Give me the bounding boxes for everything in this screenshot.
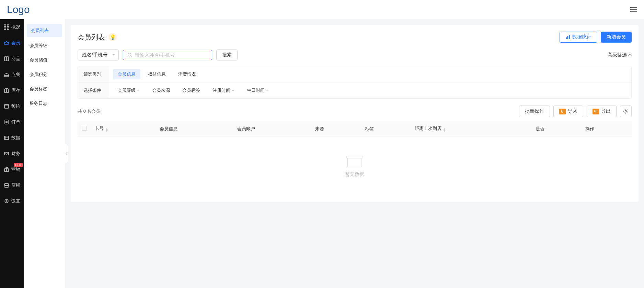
add-member-button[interactable]: 新增会员 [601, 32, 632, 43]
nav-item-6[interactable]: 订单 [0, 114, 24, 130]
column-header-6: 是否 [532, 121, 582, 136]
filter-condition-opt-0[interactable]: 会员等级 [113, 85, 145, 96]
clipboard-icon [4, 119, 9, 125]
chevron-down-icon [137, 90, 140, 91]
column-header-0[interactable]: 卡号▲▼ [91, 121, 156, 136]
svg-rect-1 [7, 25, 9, 26]
nav-label: 营销 [11, 166, 20, 173]
subnav-item-0[interactable]: 会员列表 [27, 24, 62, 37]
filter-condition-opt-4[interactable]: 生日时间 [242, 85, 274, 96]
database-icon [4, 135, 9, 141]
advanced-filter-label: 高级筛选 [608, 52, 627, 58]
nav-item-4[interactable]: 库存 [0, 82, 24, 98]
svg-rect-25 [569, 35, 570, 39]
chevron-left-icon [66, 152, 68, 155]
search-input-wrapper [123, 50, 212, 60]
lightbulb-icon[interactable]: 💡 [108, 33, 117, 41]
filter-category-opt-0[interactable]: 会员信息 [113, 69, 140, 79]
summary-text: 共 0 名会员 [78, 108, 100, 114]
nav-item-2[interactable]: 商品 [0, 51, 24, 67]
search-input[interactable] [135, 52, 208, 58]
svg-point-22 [6, 200, 7, 202]
sort-icon: ▲▼ [105, 128, 108, 132]
nav-item-9[interactable]: 营销HOT [0, 162, 24, 177]
subnav-item-5[interactable]: 服务日志 [24, 96, 65, 111]
app-header: Logo [0, 0, 644, 19]
nav-item-0[interactable]: 概况 [0, 19, 24, 35]
subnav-item-2[interactable]: 会员储值 [24, 53, 65, 67]
nav-label: 会员 [11, 40, 20, 46]
calendar-icon [4, 103, 9, 109]
search-icon [127, 53, 132, 57]
advanced-filter-toggle[interactable]: 高级筛选 [608, 52, 632, 58]
nav-item-1[interactable]: 会员 [0, 35, 24, 51]
filter-panel: 筛选类别 会员信息权益信息消费情况 选择条件 会员等级 会员来源会员标签注册时间… [78, 66, 632, 99]
import-button[interactable]: 初 导入 [553, 106, 583, 117]
sidebar-secondary: 会员列表会员等级会员储值会员积分会员标签服务日志 [24, 19, 65, 288]
import-label: 导入 [568, 108, 577, 114]
subnav-item-3[interactable]: 会员积分 [24, 67, 65, 82]
svg-rect-3 [7, 28, 9, 30]
logo: Logo [7, 4, 30, 15]
money-icon [4, 151, 9, 156]
page-title: 会员列表 [78, 33, 105, 42]
filter-condition-opt-2[interactable]: 会员标签 [177, 85, 205, 96]
svg-line-27 [131, 56, 132, 57]
batch-action-button[interactable]: 批量操作 [519, 106, 550, 117]
new-badge: 初 [593, 109, 599, 114]
members-table: 卡号▲▼会员信息会员账户来源标签距离上次到店▲▼是否操作 暂无数据 [78, 121, 632, 195]
column-header-5[interactable]: 距离上次到店▲▼ [411, 121, 532, 136]
nav-item-3[interactable]: 点餐 [0, 67, 24, 82]
filter-condition-opt-1[interactable]: 会员来源 [147, 85, 175, 96]
subnav-item-4[interactable]: 会员标签 [24, 82, 65, 96]
nav-label: 财务 [11, 151, 20, 157]
empty-text: 暂无数据 [78, 171, 632, 178]
sidebar-primary: 概况会员商品点餐库存预约订单数据财务营销HOT店铺设置 [0, 19, 24, 288]
chevron-down-icon [232, 90, 234, 91]
gear-icon [623, 109, 629, 114]
gift-icon [4, 167, 9, 172]
chevron-down-icon [266, 90, 269, 91]
svg-point-28 [625, 111, 627, 112]
grid-icon [4, 24, 9, 30]
nav-item-5[interactable]: 预约 [0, 98, 24, 114]
nav-label: 点餐 [11, 71, 20, 78]
svg-point-21 [5, 199, 8, 203]
search-field-select[interactable]: 姓名/手机号 [78, 49, 119, 60]
search-button[interactable]: 搜索 [216, 49, 238, 60]
filter-category-opt-1[interactable]: 权益信息 [143, 69, 171, 79]
book-icon [4, 56, 9, 62]
nav-item-11[interactable]: 设置 [0, 193, 24, 209]
select-all-checkbox[interactable] [82, 126, 87, 131]
summary-row: 共 0 名会员 批量操作 初 导入 初 导出 [78, 106, 632, 117]
subnav-item-1[interactable]: 会员等级 [24, 38, 65, 53]
svg-rect-23 [566, 37, 567, 39]
column-header-3: 来源 [312, 121, 361, 136]
nav-item-7[interactable]: 数据 [0, 130, 24, 146]
svg-point-17 [6, 153, 7, 154]
menu-toggle-icon[interactable] [630, 6, 637, 13]
filter-category-opt-2[interactable]: 消费情况 [173, 69, 201, 79]
nav-label: 商品 [11, 56, 20, 62]
sidebar-collapse-handle[interactable] [65, 143, 68, 164]
main-content: 会员列表 💡 数据统计 新增会员 姓名/手机号 [65, 19, 644, 288]
nav-item-8[interactable]: 财务 [0, 146, 24, 162]
column-header-1: 会员信息 [156, 121, 234, 136]
column-header-7: 操作 [582, 121, 632, 136]
nav-item-10[interactable]: 店铺 [0, 177, 24, 193]
nav-label: 设置 [11, 198, 20, 204]
page-header: 会员列表 💡 数据统计 新增会员 [78, 32, 632, 43]
select-all-header[interactable] [78, 121, 91, 136]
export-button[interactable]: 初 导出 [587, 106, 617, 117]
svg-rect-10 [5, 120, 8, 124]
filter-condition-label: 选择条件 [78, 82, 109, 98]
svg-point-26 [128, 53, 131, 56]
stats-button[interactable]: 数据统计 [560, 32, 597, 43]
column-header-4: 标签 [361, 121, 411, 136]
nav-label: 店铺 [11, 182, 20, 188]
settings-button[interactable] [620, 106, 632, 117]
filter-category-label: 筛选类别 [78, 66, 109, 82]
filter-condition-opt-3[interactable]: 注册时间 [208, 85, 239, 96]
empty-state: 暂无数据 [78, 136, 632, 195]
hot-badge: HOT [14, 163, 23, 167]
